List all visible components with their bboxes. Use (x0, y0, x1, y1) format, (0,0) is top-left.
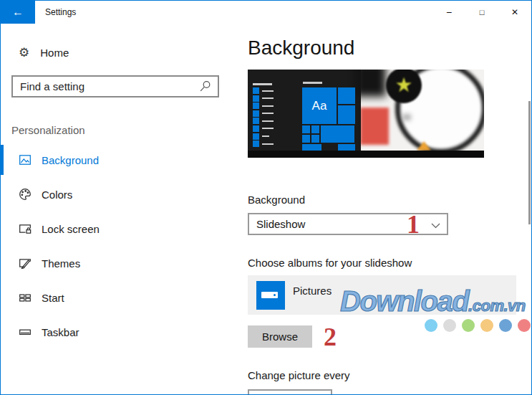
sidebar-nav: Background Colors (1, 143, 237, 349)
watermark-dot (480, 319, 493, 332)
sidebar-item-lock-screen[interactable]: Lock screen (1, 211, 237, 246)
palette-icon (19, 188, 32, 201)
watermark-suffix: .com.vn (468, 297, 526, 315)
search-input[interactable] (13, 80, 199, 92)
minimize-button[interactable]: − (432, 1, 465, 24)
preview-tile-aa: Aa (302, 87, 337, 124)
annotation-step-2: 2 (324, 324, 337, 350)
sidebar-item-label: Lock screen (42, 223, 100, 235)
preview-tile (311, 125, 319, 133)
album-name: Pictures (293, 285, 332, 297)
sidebar-item-colors[interactable]: Colors (1, 177, 237, 211)
gear-icon: ⚙ (19, 47, 29, 59)
watermark-dot (518, 319, 531, 332)
themes-icon (19, 257, 32, 270)
preview-menu-line (253, 83, 272, 85)
albums-section-label: Choose albums for your slideshow (248, 257, 412, 269)
dropdown-selected-value: Slideshow (249, 218, 305, 230)
sidebar-item-label: Background (42, 154, 99, 166)
start-layout-icon (19, 291, 32, 304)
change-picture-dropdown[interactable] (248, 389, 332, 395)
change-picture-label: Change picture every (248, 369, 350, 381)
background-dropdown-label: Background (248, 194, 305, 206)
preview-tile (338, 105, 355, 124)
preview-smudge (402, 114, 411, 120)
browse-button[interactable]: Browse (248, 325, 312, 348)
sidebar-item-themes[interactable]: Themes (1, 246, 237, 280)
background-preview: ★ Aa (248, 70, 484, 158)
sidebar-item-background[interactable]: Background (1, 143, 237, 177)
preview-tile (338, 87, 355, 104)
page-title: Background (248, 37, 354, 60)
lock-screen-icon (19, 222, 32, 235)
chevron-down-icon (431, 223, 440, 229)
sidebar-item-label: Taskbar (42, 326, 79, 338)
watermark-dots (425, 319, 531, 332)
window-controls: − □ ✕ (432, 1, 531, 24)
preview-start-menu-panel: Aa (248, 70, 361, 151)
watermark: Download.com.vn (340, 285, 526, 318)
sidebar-item-start[interactable]: Start (1, 280, 237, 315)
scrollbar-thumb[interactable] (528, 101, 531, 224)
watermark-dot (443, 319, 456, 332)
section-label-personalization: Personalization (11, 124, 85, 136)
preview-tile (321, 125, 354, 143)
watermark-dot (425, 319, 437, 332)
close-button[interactable]: ✕ (498, 1, 531, 24)
star-icon: ★ (395, 75, 412, 95)
preview-tile (311, 135, 319, 143)
preview-tile (338, 144, 355, 151)
preview-red-shape (360, 108, 389, 145)
pictures-folder-icon (256, 281, 285, 310)
home-label: Home (40, 47, 69, 59)
preview-orange-triangle (417, 141, 431, 151)
settings-window: ← Settings − □ ✕ ⚙ Home Personalization (0, 0, 532, 395)
preview-tile (302, 135, 310, 143)
preview-menu-rail (253, 87, 274, 147)
sidebar-item-label: Themes (42, 257, 80, 270)
preview-tiles-line (303, 82, 322, 84)
sidebar-item-label: Start (42, 292, 64, 304)
watermark-dot (462, 319, 475, 332)
sidebar-item-label: Colors (42, 189, 72, 201)
back-button[interactable]: ← (1, 1, 35, 24)
sidebar-item-home[interactable]: ⚙ Home (19, 44, 69, 60)
window-title: Settings (45, 1, 76, 24)
maximize-button[interactable]: □ (465, 1, 498, 24)
background-icon (19, 153, 32, 166)
preview-tile (302, 144, 321, 151)
watermark-dot (499, 319, 512, 332)
search-icon (199, 80, 211, 92)
preview-taskbar (248, 151, 484, 158)
watermark-text: Download (340, 285, 468, 318)
annotation-step-1: 1 (407, 211, 420, 237)
preview-tile (302, 125, 310, 133)
sidebar-item-taskbar[interactable]: Taskbar (1, 315, 237, 349)
search-box (11, 75, 219, 97)
taskbar-icon (19, 325, 32, 338)
